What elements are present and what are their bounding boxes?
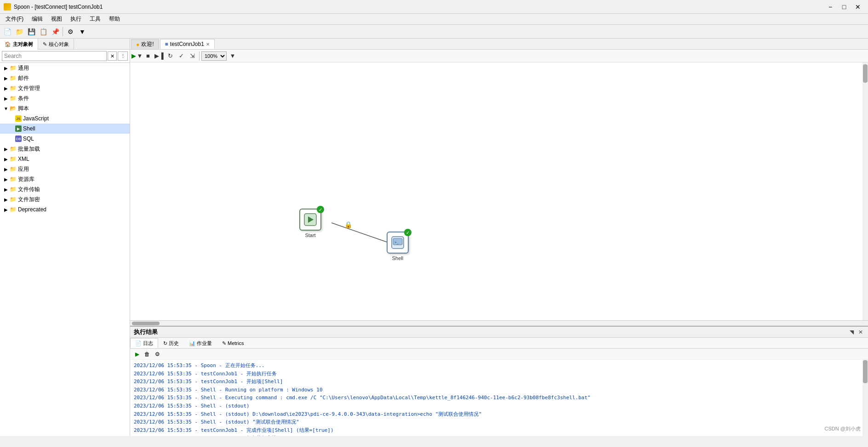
toolbar-save[interactable]: 💾 (26, 26, 37, 37)
main-toolbar: 📄 📁 💾 📋 📌 ⚙ ▼ (0, 25, 868, 39)
stop-button[interactable]: ■ (143, 51, 153, 61)
tree-item-batchload[interactable]: ▶ 📁 批量加载 (0, 144, 130, 154)
shell-node-icon-wrapper: >_ ✓ (387, 232, 409, 254)
folder-icon-fileencrypt: 📁 (10, 196, 17, 203)
tree-item-filemanage[interactable]: ▶ 📁 文件管理 (0, 83, 130, 93)
close-button[interactable]: ✕ (851, 2, 864, 12)
tree-item-sql[interactable]: DB SQL (0, 134, 130, 144)
menu-help[interactable]: 帮助 (105, 14, 124, 24)
start-node[interactable]: ✓ Start (299, 209, 321, 238)
history-tab-icon: ↻ (163, 340, 167, 346)
right-area: ● 欢迎! ■ testConnJob1 ✕ ▶ ▼ ■ ▶▐ ↻ ✓ ⇲ 10… (130, 39, 868, 436)
tree-item-app[interactable]: ▶ 📁 应用 (0, 164, 130, 174)
toolbar-settings[interactable]: ⚙ (65, 26, 76, 37)
canvas-scrollbar-v[interactable] (862, 62, 868, 320)
toolbar-separator (63, 27, 63, 36)
menu-file[interactable]: 文件(F) (2, 14, 27, 24)
zoom-select[interactable]: 100% 75% 125% 150% 200% (201, 51, 227, 61)
app-title: Spoon - [testConnect] testConnJob1 (14, 4, 103, 10)
tab-close-button[interactable]: ✕ (206, 42, 210, 47)
step-button[interactable]: ▶▐ (154, 51, 164, 61)
folder-icon-filetransfer: 📁 (10, 186, 17, 192)
toolbar-save-all[interactable]: 📌 (50, 26, 61, 37)
tree-item-condition[interactable]: ▶ 📁 条件 (0, 93, 130, 103)
arrow-deprecated: ▶ (4, 207, 8, 212)
shell-node-svg: >_ (391, 236, 405, 249)
arrow-fileencrypt: ▶ (4, 197, 8, 202)
bottom-tab-jobamount[interactable]: 📊 作业量 (184, 338, 217, 348)
tree-item-mail[interactable]: ▶ 📁 邮件 (0, 73, 130, 83)
expand-button[interactable]: ⇲ (187, 51, 197, 61)
tree-item-javascript[interactable]: JS JavaScript (0, 113, 130, 124)
arrow-filetransfer: ▶ (4, 187, 8, 192)
log-line-4: 2023/12/06 15:53:35 - Shell - Executing … (134, 394, 864, 402)
toolbar-new[interactable]: 📄 (2, 26, 13, 37)
log-clear-btn[interactable]: 🗑 (143, 350, 151, 358)
canvas-scrollbar-thumb-v[interactable] (863, 64, 868, 83)
tree-item-deprecated[interactable]: ▶ 📁 Deprecated (0, 204, 130, 215)
minimize-button[interactable]: − (824, 2, 837, 12)
menu-edit[interactable]: 编辑 (28, 14, 46, 24)
search-expand-button[interactable]: ⋮ (118, 51, 128, 61)
menu-run[interactable]: 执行 (67, 14, 85, 24)
tab-main-objects[interactable]: 🏠 主对象树 (0, 39, 38, 50)
folder-icon-deprecated: 📁 (10, 206, 17, 213)
log-scrollbar-thumb[interactable] (863, 360, 868, 383)
tree-item-scripts[interactable]: ▼ 📂 脚本 (0, 103, 130, 113)
log-settings-btn[interactable]: ⚙ (153, 350, 161, 358)
tree-item-shell[interactable]: ▶ Shell (0, 124, 130, 134)
tree-item-filetransfer[interactable]: ▶ 📁 文件传输 (0, 184, 130, 194)
app-icon (4, 3, 11, 11)
tree-item-general[interactable]: ▶ 📁 通用 (0, 63, 130, 73)
restore-button[interactable]: □ (838, 2, 851, 12)
bottom-panel-close-btn[interactable]: ✕ (857, 329, 864, 335)
tab-job[interactable]: ■ testConnJob1 ✕ (160, 39, 215, 49)
welcome-tab-icon: ● (136, 41, 139, 48)
title-bar: Spoon - [testConnect] testConnJob1 − □ ✕ (0, 0, 868, 14)
log-play-btn[interactable]: ▶ (133, 350, 141, 358)
tree-item-fileencrypt[interactable]: ▶ 📁 文件加密 (0, 194, 130, 204)
bottom-panel-controls: ◥ ✕ (848, 329, 864, 335)
log-tab-icon: 📄 (135, 340, 142, 346)
search-input[interactable] (2, 51, 107, 61)
bottom-tabs: 📄 日志 ↻ 历史 📊 作业量 ✎ Metrics (130, 338, 868, 349)
search-box: ✕ ⋮ (0, 50, 130, 63)
log-content: 2023/12/06 15:53:35 - Spoon - 正在开始任务... … (130, 360, 868, 436)
jobamount-tab-icon: 📊 (189, 340, 195, 346)
canvas-scrollbar-h[interactable] (130, 320, 868, 326)
folder-icon-general: 📁 (10, 65, 17, 71)
menu-tools[interactable]: 工具 (86, 14, 104, 24)
bottom-tab-metrics[interactable]: ✎ Metrics (217, 338, 249, 348)
search-clear-button[interactable]: ✕ (108, 51, 117, 61)
canvas-area[interactable]: 🔒 ✓ Start (130, 62, 868, 320)
tab-core-objects[interactable]: ✎ 核心对象 (38, 39, 74, 50)
shell-node-label: Shell (392, 255, 403, 261)
folder-icon-mail: 📁 (10, 75, 17, 81)
check-button[interactable]: ✓ (176, 51, 186, 61)
canvas-svg (130, 62, 868, 320)
log-scrollbar-v[interactable] (862, 360, 868, 436)
shell-node[interactable]: >_ ✓ Shell (387, 232, 409, 261)
arrow-mail: ▶ (4, 76, 8, 81)
bottom-panel-expand-btn[interactable]: ◥ (848, 329, 855, 335)
tree-item-xml[interactable]: ▶ 📁 XML (0, 154, 130, 164)
toolbar-save-as[interactable]: 📋 (38, 26, 49, 37)
replay-button[interactable]: ↻ (165, 51, 175, 61)
toolbar-open[interactable]: 📁 (14, 26, 25, 37)
run-dropdown-icon: ▼ (137, 52, 143, 59)
arrow-scripts: ▼ (4, 106, 8, 111)
tree-item-repo[interactable]: ▶ 📁 资源库 (0, 174, 130, 184)
folder-icon-repo: 📁 (10, 176, 17, 182)
tab-welcome[interactable]: ● 欢迎! (131, 39, 159, 49)
tree-icon: 🏠 (5, 41, 11, 47)
bottom-tab-history[interactable]: ↻ 历史 (158, 338, 184, 348)
menu-view[interactable]: 视图 (47, 14, 66, 24)
start-node-check: ✓ (317, 206, 324, 213)
arrow-repo: ▶ (4, 177, 8, 182)
log-line-9: 2023/12/06 15:53:35 - testConnJob1 - 任务执… (134, 434, 864, 436)
canvas-scrollbar-thumb-h[interactable] (132, 322, 160, 325)
toolbar-dropdown[interactable]: ▼ (77, 26, 88, 37)
zoom-dropdown-button[interactable]: ▼ (228, 51, 238, 61)
bottom-tab-log[interactable]: 📄 日志 (130, 338, 158, 348)
run-button[interactable]: ▶ ▼ (132, 51, 142, 61)
